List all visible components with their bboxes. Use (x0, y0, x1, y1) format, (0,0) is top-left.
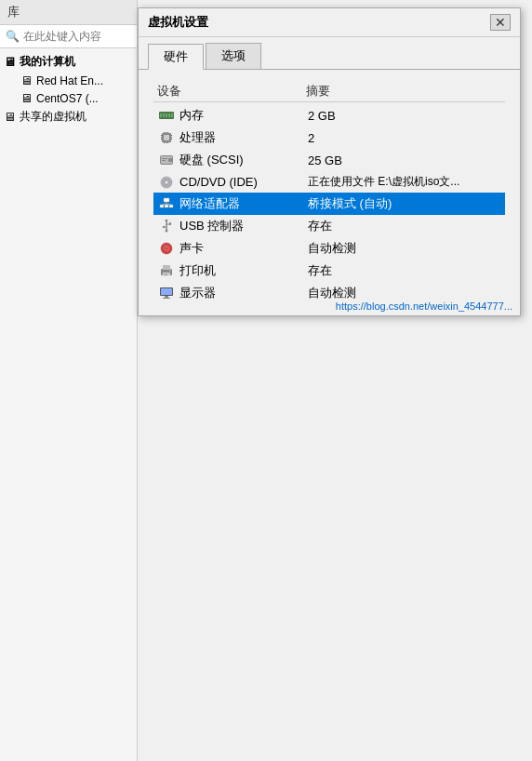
device-summary-printer: 存在 (308, 262, 501, 279)
svg-rect-32 (165, 205, 168, 207)
device-name-printer: 打印机 (180, 262, 308, 279)
device-name-cdrom: CD/DVD (IDE) (180, 175, 308, 189)
svg-rect-3 (166, 113, 167, 117)
svg-rect-56 (163, 298, 170, 299)
tree-my-computer[interactable]: 🖥 我的计算机 (0, 52, 137, 72)
usb-icon (157, 219, 176, 234)
dialog-content: 设备 摘要 内存 2 GB (139, 70, 520, 315)
search-input[interactable] (23, 30, 131, 43)
svg-rect-8 (161, 135, 162, 136)
svg-rect-24 (162, 158, 167, 159)
svg-point-46 (166, 247, 168, 250)
device-summary-memory: 2 GB (308, 109, 501, 123)
tree: 🖥 我的计算机 🖥 Red Hat En... 🖥 CentOS7 (... 🖥… (0, 48, 137, 130)
tree-redhat[interactable]: 🖥 Red Hat En... (0, 72, 137, 89)
svg-rect-19 (167, 142, 168, 143)
device-row-sound[interactable]: 声卡 自动检测 (153, 237, 505, 260)
tree-shared-vm[interactable]: 🖥 共享的虚拟机 (0, 107, 137, 127)
device-summary-cpu: 2 (308, 131, 501, 145)
device-row-printer[interactable]: 打印机 存在 (153, 260, 505, 282)
vm-icon-shared: 🖥 (4, 110, 16, 124)
svg-rect-4 (168, 113, 170, 117)
svg-rect-25 (162, 160, 166, 161)
svg-rect-48 (163, 265, 170, 270)
svg-rect-13 (171, 139, 172, 140)
svg-rect-12 (171, 137, 172, 138)
device-row-harddisk[interactable]: 硬盘 (SCSI) 25 GB (153, 149, 505, 171)
device-row-cpu[interactable]: 处理器 2 (153, 127, 505, 149)
display-icon (157, 286, 176, 300)
printer-icon (157, 263, 176, 278)
svg-rect-17 (164, 142, 165, 143)
device-row-network[interactable]: 网络适配器 桥接模式 (自动) (153, 193, 505, 215)
device-name-memory: 内存 (180, 107, 308, 124)
svg-point-52 (169, 270, 171, 272)
device-summary-sound: 自动检测 (308, 240, 501, 257)
svg-point-28 (166, 181, 167, 183)
svg-point-43 (166, 230, 168, 233)
left-panel: 库 🔍 🖥 我的计算机 🖥 Red Hat En... 🖥 CentOS7 (.… (0, 0, 138, 761)
svg-point-23 (169, 159, 171, 161)
device-summary-harddisk: 25 GB (308, 154, 501, 167)
tab-hardware[interactable]: 硬件 (148, 44, 204, 70)
library-title: 库 (0, 0, 137, 25)
device-row-cdrom[interactable]: CD/DVD (IDE) 正在使用文件 E:\虚拟机iso文... (153, 171, 505, 193)
device-summary-network: 桥接模式 (自动) (308, 195, 501, 212)
svg-point-42 (163, 226, 165, 228)
dialog-titlebar: 虚拟机设置 ✕ (139, 8, 520, 37)
dialog-title: 虚拟机设置 (148, 14, 208, 31)
svg-rect-54 (161, 288, 172, 295)
svg-rect-5 (171, 113, 173, 117)
svg-rect-40 (169, 222, 171, 225)
cdrom-icon (157, 175, 176, 190)
device-summary-cdrom: 正在使用文件 E:\虚拟机iso文... (308, 174, 501, 190)
vm-icon-redhat: 🖥 (20, 73, 33, 87)
svg-rect-1 (160, 113, 162, 117)
svg-rect-10 (161, 139, 162, 140)
tab-options[interactable]: 选项 (206, 43, 261, 69)
search-icon: 🔍 (6, 30, 20, 43)
vm-settings-dialog: 虚拟机设置 ✕ 硬件 选项 设备 摘要 (138, 7, 521, 316)
header-device: 设备 (157, 83, 306, 100)
svg-rect-9 (161, 137, 162, 138)
svg-rect-50 (164, 274, 169, 274)
device-name-usb: USB 控制器 (180, 218, 308, 234)
svg-rect-18 (166, 142, 166, 143)
dialog-overlay: 虚拟机设置 ✕ 硬件 选项 设备 摘要 (138, 0, 532, 761)
svg-rect-7 (164, 135, 169, 140)
search-bar[interactable]: 🔍 (0, 25, 137, 48)
tree-centos7[interactable]: 🖥 CentOS7 (... (0, 89, 137, 107)
computer-icon: 🖥 (4, 55, 16, 69)
header-summary: 摘要 (306, 83, 501, 100)
device-row-memory[interactable]: 内存 2 GB (153, 104, 505, 127)
table-header: 设备 摘要 (153, 81, 505, 102)
network-icon (157, 196, 176, 211)
harddisk-icon (157, 153, 176, 167)
svg-marker-38 (165, 220, 168, 222)
tabs-bar: 硬件 选项 (139, 37, 520, 70)
svg-rect-14 (164, 132, 165, 133)
svg-rect-16 (167, 132, 168, 133)
device-name-sound: 声卡 (180, 240, 308, 257)
cpu-icon (157, 130, 176, 145)
dialog-close-button[interactable]: ✕ (490, 14, 511, 31)
svg-rect-55 (165, 296, 168, 298)
svg-rect-30 (164, 198, 169, 202)
device-summary-display: 自动检测 (308, 285, 501, 301)
svg-rect-15 (166, 132, 166, 133)
sound-icon (157, 241, 176, 256)
svg-rect-2 (163, 113, 165, 117)
device-name-display: 显示器 (180, 285, 308, 301)
svg-rect-11 (171, 135, 172, 136)
device-summary-usb: 存在 (308, 218, 501, 234)
device-name-cpu: 处理器 (180, 129, 308, 146)
device-name-network: 网络适配器 (180, 195, 308, 212)
watermark: https://blog.csdn.net/weixin_4544777... (336, 300, 512, 312)
memory-icon (157, 108, 176, 123)
device-row-usb[interactable]: USB 控制器 存在 (153, 215, 505, 237)
svg-rect-31 (160, 205, 164, 207)
vm-icon-centos: 🖥 (20, 91, 33, 105)
device-name-harddisk: 硬盘 (SCSI) (180, 152, 308, 168)
svg-rect-51 (164, 274, 167, 275)
svg-rect-33 (169, 205, 173, 207)
